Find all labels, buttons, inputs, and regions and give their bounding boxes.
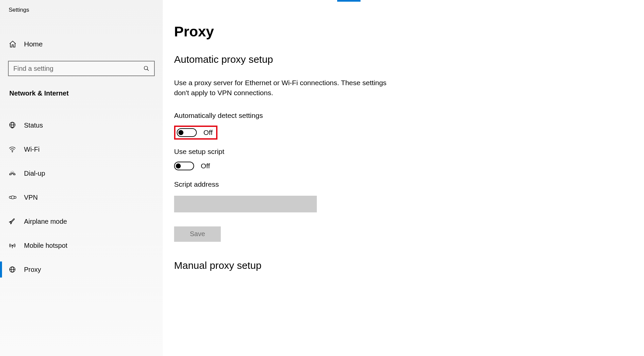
auto-detect-toggle[interactable] — [177, 128, 197, 137]
nav-home[interactable]: Home — [0, 34, 163, 54]
nav-label: Dial-up — [24, 170, 45, 177]
page-title: Proxy — [174, 23, 644, 40]
manual-section-title: Manual proxy setup — [174, 260, 644, 271]
auto-section-desc: Use a proxy server for Ethernet or Wi-Fi… — [174, 78, 394, 98]
setup-script-toggle[interactable] — [174, 162, 194, 170]
nav-list: Status Wi-Fi Dial-up VPN Airplane mode — [0, 113, 163, 282]
toggle-knob — [176, 163, 181, 168]
home-icon — [9, 40, 24, 48]
nav-label: VPN — [24, 194, 38, 201]
nav-item-hotspot[interactable]: Mobile hotspot — [0, 233, 163, 257]
window-title: Settings — [0, 0, 163, 17]
save-button: Save — [174, 226, 221, 242]
nav-label: Proxy — [24, 266, 41, 274]
nav-item-dialup[interactable]: Dial-up — [0, 161, 163, 185]
category-title: Network & Internet — [0, 90, 163, 97]
airplane-icon — [9, 218, 24, 225]
svg-point-0 — [144, 66, 148, 70]
toggle-knob — [178, 130, 183, 135]
nav-item-proxy[interactable]: Proxy — [0, 257, 163, 282]
svg-point-9 — [13, 171, 14, 172]
nav-item-status[interactable]: Status — [0, 113, 163, 137]
nav-item-airplane[interactable]: Airplane mode — [0, 209, 163, 233]
svg-point-7 — [11, 171, 11, 172]
nav-label: Airplane mode — [24, 218, 67, 225]
nav-label: Mobile hotspot — [24, 242, 67, 249]
search-input[interactable] — [13, 65, 143, 72]
nav-label: Status — [24, 122, 43, 129]
dialup-icon — [9, 170, 24, 177]
wifi-icon — [9, 146, 24, 153]
setup-script-label: Use setup script — [174, 148, 644, 156]
settings-sidebar: Settings Home Network & Internet Status … — [0, 0, 163, 356]
search-icon — [143, 65, 149, 71]
nav-label: Wi-Fi — [24, 146, 40, 153]
auto-detect-label: Automatically detect settings — [174, 112, 644, 120]
svg-point-8 — [12, 171, 12, 171]
auto-detect-state: Off — [203, 129, 213, 137]
proxy-icon — [9, 266, 24, 273]
svg-line-1 — [147, 69, 149, 71]
nav-item-wifi[interactable]: Wi-Fi — [0, 137, 163, 161]
top-accent-bar — [337, 0, 361, 2]
svg-point-6 — [12, 151, 13, 152]
highlighted-toggle-annotation: Off — [174, 126, 217, 140]
vpn-icon — [9, 194, 24, 201]
setup-script-state: Off — [201, 162, 210, 170]
main-content: Proxy Automatic proxy setup Use a proxy … — [163, 0, 644, 356]
script-address-label: Script address — [174, 180, 644, 188]
hotspot-icon — [9, 242, 24, 249]
nav-home-label: Home — [24, 40, 43, 48]
auto-section-title: Automatic proxy setup — [174, 54, 644, 65]
script-address-input — [174, 196, 317, 212]
nav-item-vpn[interactable]: VPN — [0, 185, 163, 209]
status-icon — [9, 122, 24, 129]
search-box[interactable] — [8, 61, 155, 76]
